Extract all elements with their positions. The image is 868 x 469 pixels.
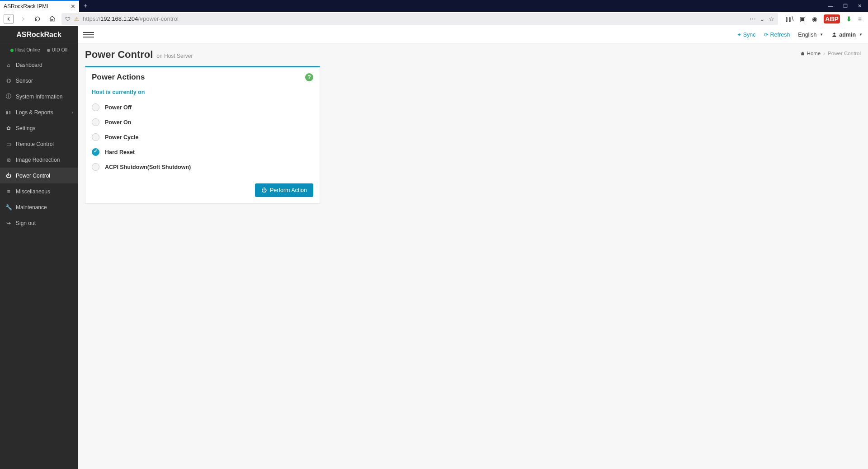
account-icon[interactable]: ◉ bbox=[812, 15, 817, 23]
pocket-icon[interactable]: ⌄ bbox=[760, 15, 765, 23]
perform-action-label: Perform Action bbox=[270, 187, 307, 193]
tab-title: ASRockRack IPMI bbox=[4, 3, 71, 9]
lock-warning-icon: ⚠ bbox=[74, 16, 79, 22]
browser-tab-strip: ASRockRack IPMI ✕ ＋ — ❐ ✕ bbox=[0, 0, 868, 12]
page-header: Power Control on Host Server Home › Powe… bbox=[78, 43, 868, 63]
browser-tab[interactable]: ASRockRack IPMI ✕ bbox=[0, 0, 79, 12]
radio-button[interactable] bbox=[92, 118, 99, 126]
page-subtitle: on Host Server bbox=[156, 53, 193, 61]
radio-button[interactable] bbox=[92, 133, 99, 141]
sidebar-item-label: Logs & Reports bbox=[16, 109, 53, 116]
user-dropdown[interactable]: admin ▼ bbox=[831, 32, 863, 38]
breadcrumb-home[interactable]: Home bbox=[800, 51, 821, 56]
radio-label: Power On bbox=[105, 119, 131, 126]
sidebar-item-label: Sign out bbox=[16, 220, 36, 226]
wrench-icon: 🔧 bbox=[5, 204, 12, 211]
sidebar-item-power-control[interactable]: ⏻Power Control bbox=[0, 168, 78, 183]
sync-label: Sync bbox=[743, 32, 756, 38]
monitor-icon: ▭ bbox=[5, 141, 12, 147]
tab-close-icon[interactable]: ✕ bbox=[71, 3, 75, 10]
window-controls: — ❐ ✕ bbox=[822, 0, 868, 12]
url-bar[interactable]: 🛡 ⚠ https://192.168.1.204/#power-control… bbox=[61, 13, 778, 25]
refresh-icon: ⟳ bbox=[764, 32, 769, 38]
sidebar-toggle-icon[interactable]: ▣ bbox=[800, 15, 806, 23]
chevron-down-icon: ▼ bbox=[820, 33, 823, 37]
radio-label: ACPI Shutdown(Soft Shutdown) bbox=[105, 164, 191, 170]
new-tab-button[interactable]: ＋ bbox=[79, 0, 92, 12]
topbar: ✦ Sync ⟳ Refresh English ▼ admin ▼ bbox=[78, 26, 868, 43]
card-title: Power Actions bbox=[92, 73, 145, 82]
brand-title: ASRockRack bbox=[0, 26, 78, 43]
nav-home-button[interactable] bbox=[47, 14, 57, 24]
uid-status: UID Off bbox=[47, 47, 68, 52]
status-dot-online-icon bbox=[10, 49, 14, 52]
download-icon[interactable]: ⬇ bbox=[846, 15, 852, 23]
user-icon bbox=[831, 32, 837, 38]
shield-icon: 🛡 bbox=[65, 16, 71, 22]
window-maximize-icon[interactable]: ❐ bbox=[843, 3, 848, 9]
dashboard-icon: ⌬ bbox=[5, 78, 12, 84]
refresh-link[interactable]: ⟳ Refresh bbox=[764, 32, 790, 38]
bookmark-icon[interactable]: ☆ bbox=[769, 15, 774, 23]
bars-icon: ⫾⫾ bbox=[5, 109, 12, 116]
sidebar-item-label: Image Redirection bbox=[16, 157, 60, 163]
menu-toggle-button[interactable] bbox=[83, 29, 94, 40]
nav-reload-button[interactable] bbox=[33, 14, 42, 24]
radio-label: Hard Reset bbox=[105, 149, 135, 155]
sync-link[interactable]: ✦ Sync bbox=[737, 32, 756, 38]
breadcrumb: Home › Power Control bbox=[800, 51, 861, 56]
radio-button[interactable] bbox=[92, 103, 99, 111]
power-option-power-cycle[interactable]: Power Cycle bbox=[92, 130, 313, 145]
gear-icon: ✿ bbox=[5, 125, 12, 131]
nav-back-button[interactable] bbox=[4, 14, 14, 24]
power-option-hard-reset[interactable]: Hard Reset bbox=[92, 145, 313, 159]
power-option-power-off[interactable]: Power Off bbox=[92, 100, 313, 115]
library-icon[interactable]: ⫿⫿\ bbox=[785, 15, 793, 23]
page-title: Power Control bbox=[85, 49, 153, 61]
help-icon[interactable]: ? bbox=[305, 73, 313, 81]
nav-forward-button[interactable] bbox=[18, 14, 28, 24]
sidebar-item-label: Remote Control bbox=[16, 141, 54, 147]
sidebar-item-system-information[interactable]: ⓘSystem Information bbox=[0, 89, 78, 104]
user-label: admin bbox=[839, 32, 856, 38]
power-icon: ⏻ bbox=[261, 187, 267, 193]
adblock-icon[interactable]: ABP bbox=[824, 14, 840, 23]
sidebar-item-image-redirection[interactable]: ⎚Image Redirection bbox=[0, 152, 78, 168]
sync-icon: ✦ bbox=[737, 32, 741, 38]
window-minimize-icon[interactable]: — bbox=[828, 3, 833, 9]
sidebar: ASRockRack Host Online UID Off ⌂Dashboar… bbox=[0, 26, 78, 469]
breadcrumb-current: Power Control bbox=[828, 51, 861, 56]
radio-button[interactable] bbox=[92, 163, 99, 171]
host-status: Host Online bbox=[10, 47, 40, 52]
browser-menu-icon[interactable]: ≡ bbox=[858, 15, 862, 23]
browser-nav-toolbar: 🛡 ⚠ https://192.168.1.204/#power-control… bbox=[0, 12, 868, 26]
sidebar-item-label: Sensor bbox=[16, 78, 33, 84]
window-close-icon[interactable]: ✕ bbox=[858, 3, 862, 9]
home-icon: ⌂ bbox=[5, 62, 12, 68]
power-option-acpi-shutdown-soft-shutdown-[interactable]: ACPI Shutdown(Soft Shutdown) bbox=[92, 159, 313, 174]
language-label: English bbox=[798, 32, 816, 38]
sidebar-item-label: Dashboard bbox=[16, 62, 42, 68]
sidebar-status-row: Host Online UID Off bbox=[0, 43, 78, 57]
url-more-icon[interactable]: ⋯ bbox=[750, 15, 756, 23]
power-option-power-on[interactable]: Power On bbox=[92, 115, 313, 130]
chevron-right-icon: › bbox=[72, 110, 73, 115]
sidebar-item-sign-out[interactable]: ↪Sign out bbox=[0, 215, 78, 231]
perform-action-button[interactable]: ⏻ Perform Action bbox=[255, 183, 313, 197]
sidebar-item-maintenance[interactable]: 🔧Maintenance bbox=[0, 199, 78, 215]
radio-button[interactable] bbox=[92, 148, 99, 156]
sidebar-item-settings[interactable]: ✿Settings bbox=[0, 120, 78, 136]
radio-label: Power Cycle bbox=[105, 134, 138, 141]
page-content: Power Actions ? Host is currently on Pow… bbox=[78, 63, 868, 213]
language-dropdown[interactable]: English ▼ bbox=[798, 32, 823, 38]
sidebar-item-dashboard[interactable]: ⌂Dashboard bbox=[0, 57, 78, 73]
sidebar-item-miscellaneous[interactable]: ≡Miscellaneous bbox=[0, 183, 78, 199]
sidebar-item-sensor[interactable]: ⌬Sensor bbox=[0, 73, 78, 89]
image-icon: ⎚ bbox=[5, 157, 12, 163]
signout-icon: ↪ bbox=[5, 220, 12, 226]
sidebar-item-label: System Information bbox=[16, 94, 62, 100]
sidebar-item-logs-reports[interactable]: ⫾⫾Logs & Reports› bbox=[0, 104, 78, 120]
host-status-text: Host is currently on bbox=[92, 89, 313, 95]
info-icon: ⓘ bbox=[5, 93, 12, 100]
sidebar-item-remote-control[interactable]: ▭Remote Control bbox=[0, 136, 78, 152]
